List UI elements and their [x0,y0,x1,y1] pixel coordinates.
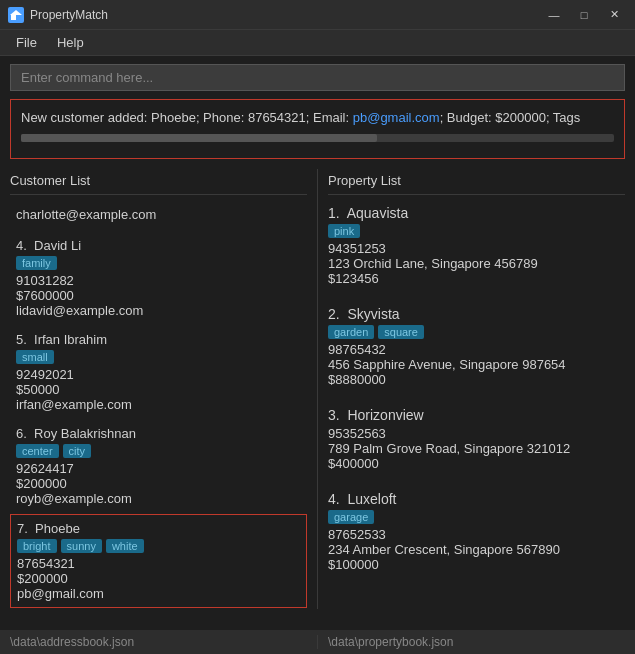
close-button[interactable]: ✕ [601,5,627,25]
customer-phone: 92624417 [16,461,301,476]
property-name: 3. Horizonview [328,407,625,423]
customer-name: 5. Irfan Ibrahim [16,332,301,347]
tag-row: small [16,350,301,364]
tag-row: bright sunny white [17,539,300,553]
property-item-aquavista[interactable]: 1. Aquavista pink 94351253 123 Orchid La… [328,201,625,290]
property-phone: 87652533 [328,527,625,542]
customer-item-irfan[interactable]: 5. Irfan Ibrahim small 92492021 $50000 i… [10,326,307,418]
customer-phone: 91031282 [16,273,301,288]
property-item-horizonview[interactable]: 3. Horizonview 95352563 789 Palm Grove R… [328,403,625,475]
property-price: $123456 [328,271,625,286]
command-bar [0,56,635,99]
app-icon [8,7,24,23]
customer-phone: 92492021 [16,367,301,382]
tag-row: family [16,256,301,270]
tag-row: garden square [328,325,625,339]
tag-row: pink [328,224,625,238]
notification-email: pb@gmail.com [353,110,440,125]
window-controls: — □ ✕ [541,5,627,25]
customer-budget: $200000 [16,476,301,491]
customer-email: charlotte@example.com [16,207,301,222]
notification-suffix: ; Budget: $200000; Tags [440,110,581,125]
customer-phone: 87654321 [17,556,300,571]
tag-family: family [16,256,57,270]
tag-row: center city [16,444,301,458]
scrollbar-thumb [21,134,377,142]
notification-scrollbar[interactable] [21,134,614,142]
main-panels: Customer List charlotte@example.com 4. D… [0,169,635,609]
property-price: $100000 [328,557,625,572]
property-name: 1. Aquavista [328,205,625,221]
menubar: File Help [0,30,635,56]
property-panel: Property List 1. Aquavista pink 94351253… [318,169,635,609]
tag-pink: pink [328,224,360,238]
customer-budget: $200000 [17,571,300,586]
customer-name: 4. David Li [16,238,301,253]
tag-garage: garage [328,510,374,524]
customer-item-david[interactable]: 4. David Li family 91031282 $7600000 lid… [10,232,307,324]
tag-square: square [378,325,424,339]
customer-email: irfan@example.com [16,397,301,412]
customer-name: 6. Roy Balakrishnan [16,426,301,441]
command-input[interactable] [10,64,625,91]
svg-rect-2 [17,16,20,20]
property-list-title: Property List [328,169,625,195]
statusbar: \data\addressbook.json \data\propertyboo… [0,630,635,654]
customer-item-phoebe[interactable]: 7. Phoebe bright sunny white 87654321 $2… [10,514,307,608]
tag-city: city [63,444,92,458]
notification-text: New customer added: Phoebe; Phone: 87654… [21,108,614,128]
property-price: $8880000 [328,372,625,387]
status-right: \data\propertybook.json [318,635,635,649]
tag-center: center [16,444,59,458]
tag-small: small [16,350,54,364]
customer-budget: $7600000 [16,288,301,303]
customer-email: lidavid@example.com [16,303,301,318]
titlebar: PropertyMatch — □ ✕ [0,0,635,30]
property-phone: 94351253 [328,241,625,256]
property-address: 234 Amber Crescent, Singapore 567890 [328,542,625,557]
svg-marker-1 [10,10,22,15]
notification-prefix: New customer added: Phoebe; Phone: 87654… [21,110,353,125]
property-item-skyvista[interactable]: 2. Skyvista garden square 98765432 456 S… [328,302,625,391]
customer-email: royb@example.com [16,491,301,506]
tag-sunny: sunny [61,539,102,553]
titlebar-left: PropertyMatch [8,7,108,23]
property-address: 789 Palm Grove Road, Singapore 321012 [328,441,625,456]
property-price: $400000 [328,456,625,471]
app-title: PropertyMatch [30,8,108,22]
property-item-luxeloft[interactable]: 4. Luxeloft garage 87652533 234 Amber Cr… [328,487,625,576]
tag-row: garage [328,510,625,524]
tag-white: white [106,539,144,553]
customer-email: pb@gmail.com [17,586,300,601]
maximize-button[interactable]: □ [571,5,597,25]
minimize-button[interactable]: — [541,5,567,25]
customer-budget: $50000 [16,382,301,397]
property-phone: 95352563 [328,426,625,441]
status-left: \data\addressbook.json [0,635,318,649]
menu-file[interactable]: File [6,33,47,52]
customer-panel: Customer List charlotte@example.com 4. D… [0,169,318,609]
notification-area: New customer added: Phoebe; Phone: 87654… [10,99,625,159]
customer-item-roy[interactable]: 6. Roy Balakrishnan center city 92624417… [10,420,307,512]
customer-list-title: Customer List [10,169,307,195]
tag-bright: bright [17,539,57,553]
property-address: 456 Sapphire Avenue, Singapore 987654 [328,357,625,372]
property-address: 123 Orchid Lane, Singapore 456789 [328,256,625,271]
property-phone: 98765432 [328,342,625,357]
property-name: 4. Luxeloft [328,491,625,507]
menu-help[interactable]: Help [47,33,94,52]
customer-item-charlotte[interactable]: charlotte@example.com [10,201,307,230]
property-name: 2. Skyvista [328,306,625,322]
customer-name: 7. Phoebe [17,521,300,536]
tag-garden: garden [328,325,374,339]
